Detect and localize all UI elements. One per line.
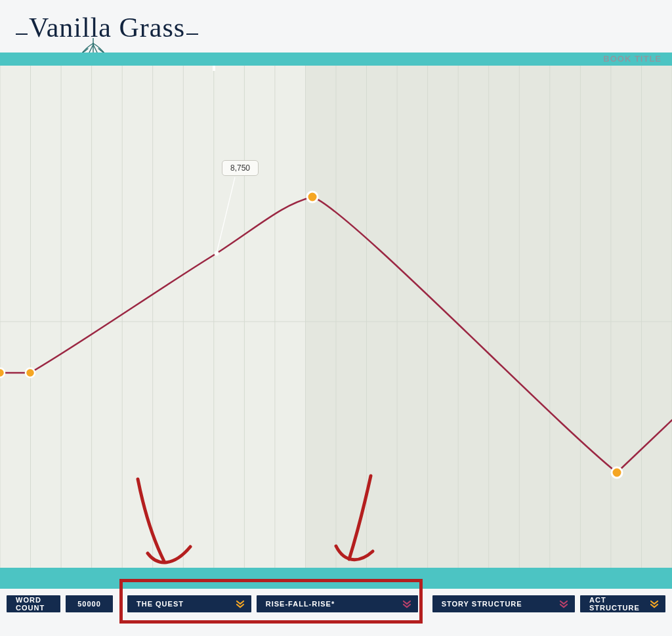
story-shape-dropdown[interactable]: RISE-FALL-RISE* [257,595,418,612]
act-structure-value: ACT STRUCTURE [589,596,644,612]
act-structure-dropdown[interactable]: ACT STRUCTURE [580,595,665,612]
svg-point-27 [0,368,5,377]
word-count-label: WORD COUNT [7,595,60,612]
plot-type-dropdown[interactable]: THE QUEST [127,595,251,612]
svg-point-30 [307,192,318,202]
chevron-down-icon [236,599,245,608]
story-structure-dropdown[interactable]: STORY STRUCTURE [432,595,575,612]
word-count-input[interactable]: 50000 [66,595,113,612]
brand-logo: Vanilla Grass [14,12,200,56]
bottom-controls: WORD COUNT 50000 THE QUEST RISE-FALL-RIS… [0,593,672,615]
book-title-input[interactable]: BOOK TITLE [603,53,662,66]
svg-point-28 [26,368,35,377]
chevron-down-icon [402,599,411,608]
plot-type-value: THE QUEST [136,600,184,608]
chevron-down-icon [559,599,568,608]
svg-rect-32 [213,66,215,71]
chart-tooltip: 8,750 [222,160,259,176]
bottom-teal-bar [0,568,672,589]
brand-name: Vanilla Grass [29,12,185,43]
story-shape-value: RISE-FALL-RISE* [266,600,335,608]
story-structure-value: STORY STRUCTURE [442,600,522,608]
story-arc-chart[interactable]: 8,750 [0,66,672,568]
svg-point-31 [612,467,622,478]
svg-point-29 [215,251,219,256]
chevron-down-icon [650,599,659,608]
tooltip-value: 8,750 [230,163,250,173]
title-bar: BOOK TITLE [0,53,672,66]
